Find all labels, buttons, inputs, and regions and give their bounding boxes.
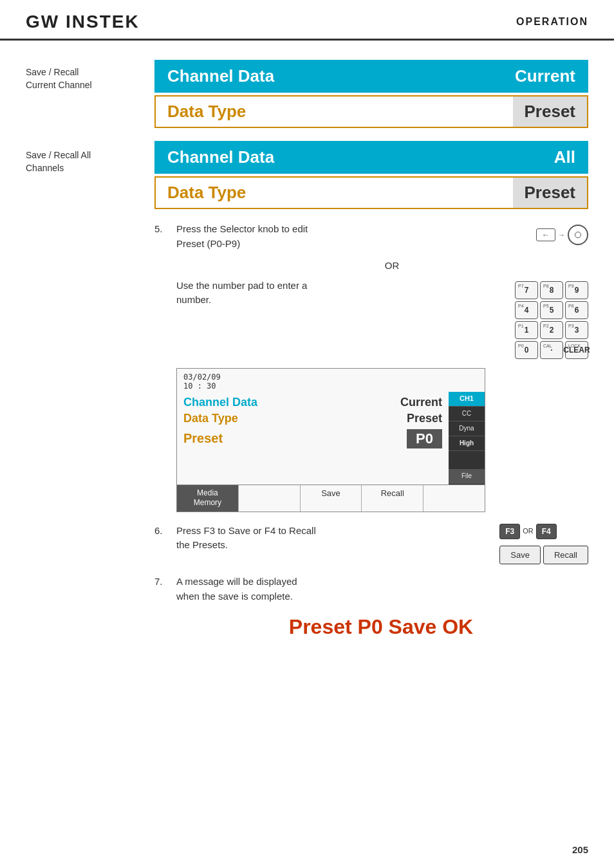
main-content: Save / Recall Current Channel Save / Rec…: [0, 41, 614, 665]
lcd-type-row: Data Type Preset: [183, 412, 442, 425]
datatype-value: Preset: [513, 97, 588, 127]
preset-save-ok: Preset P0 Save OK: [174, 615, 588, 639]
numpad-key: P22: [540, 321, 563, 339]
current-datatype-row: Data Type Preset: [154, 95, 588, 128]
page-number: 205: [572, 844, 588, 855]
all-datatype-row: Data Type Preset: [154, 176, 588, 209]
numpad-key: P00: [515, 341, 538, 359]
numpad-key: P88: [540, 281, 563, 299]
or-divider: OR: [176, 259, 588, 273]
fkey-save-result: Save: [499, 546, 541, 565]
datatype-label: Data Type: [156, 97, 513, 127]
current-channel-data-row: Channel Data Current: [154, 60, 588, 93]
lcd-sidebar-dyna: Dyna: [449, 421, 485, 436]
lcd-sidebar-ch1: CH1: [449, 392, 485, 407]
lcd-footer-empty1: [239, 485, 301, 512]
step-7-text: A message will be displayed when the sav…: [176, 575, 588, 604]
step-5-numpad-text: Use the number pad to enter a number.: [176, 279, 307, 308]
lcd-preset-value: P0: [407, 429, 442, 448]
lcd-footer-recall: Recall: [362, 485, 423, 512]
lcd-type-value: Preset: [407, 412, 442, 425]
lcd-timestamp: 03/02/09 10 : 30: [177, 369, 485, 392]
numpad-key: CAL·: [540, 341, 563, 359]
lcd-footer-media: Media Memory: [177, 485, 239, 512]
right-content: Channel Data Current Data Type Preset Ch…: [154, 60, 588, 645]
step-5-section: 5. Press the Selector knob to edit Prese…: [154, 222, 588, 639]
step-6-text: Press F3 to Save or F4 to Recall the Pre…: [176, 524, 316, 553]
lcd-channel-row: Channel Data Current: [183, 396, 442, 409]
step-6-content: Press F3 to Save or F4 to Recall the Pre…: [176, 524, 588, 565]
section-label: OPERATION: [516, 16, 588, 28]
numpad-key: P66: [565, 301, 588, 319]
lcd-sidebar-cc: CC: [449, 407, 485, 421]
step-5-number: 5.: [154, 222, 170, 234]
current-channel-group: Channel Data Current Data Type Preset: [154, 60, 588, 128]
numpad-key: LOCKCLEAR: [565, 341, 588, 359]
logo-text: GW INSTEK: [26, 12, 140, 32]
lcd-sidebar: CH1 CC Dyna High File: [449, 392, 485, 485]
lcd-sidebar-file: File: [449, 469, 485, 484]
all-datatype-label: Data Type: [156, 178, 513, 208]
page-header: GW INSTEK OPERATION: [0, 0, 614, 41]
all-channel-value: All: [543, 142, 587, 172]
step-7-number: 7.: [154, 575, 170, 587]
f4-key: F4: [536, 524, 557, 539]
lcd-body: Channel Data Current Data Type Preset Pr…: [177, 392, 485, 485]
lcd-footer: Media Memory Save Recall: [177, 485, 485, 512]
fkey-or-label: OR: [523, 526, 534, 537]
fkey-top-row: F3 OR F4: [499, 524, 557, 539]
lcd-section: 03/02/09 10 : 30 Channel Data Current Da…: [154, 368, 588, 512]
lcd-type-label: Data Type: [183, 412, 407, 425]
lcd-preset-row: Preset P0: [183, 429, 442, 448]
step-5-content: Press the Selector knob to edit Preset (…: [176, 222, 588, 359]
all-datatype-value: Preset: [513, 178, 588, 208]
numpad-key: P77: [515, 281, 538, 299]
numpad-key: P33: [565, 321, 588, 339]
all-channel-data-row: Channel Data All: [154, 141, 588, 174]
step-6-number: 6.: [154, 524, 170, 536]
numpad-key: P44: [515, 301, 538, 319]
sidebar-label-current: Save / Recall Current Channel: [26, 66, 154, 91]
fkey-recall-result: Recall: [543, 546, 588, 565]
left-sidebar: Save / Recall Current Channel Save / Rec…: [26, 60, 154, 645]
fkey-result-row: Save Recall: [499, 546, 588, 565]
lcd-channel-value: Current: [400, 396, 442, 409]
sidebar-label-all: Save / Recall All Channels: [26, 149, 154, 174]
arrow-left-icon: ←: [536, 228, 555, 241]
lcd-sidebar-high: High: [449, 436, 485, 451]
fkey-illustration: F3 OR F4 Save Recall: [493, 524, 588, 565]
step-5-main-text: Press the Selector knob to edit Preset (…: [176, 222, 308, 251]
numpad-illustration: P77P88P99P44P55P66P11P22P33P00CAL·LOCKCL…: [515, 281, 588, 359]
selector-knob-illustration: ← →: [536, 225, 588, 245]
lcd-preset-label: Preset: [183, 431, 407, 446]
f3-key: F3: [499, 524, 520, 539]
channel-data-value: Current: [503, 61, 587, 91]
numpad-key: P11: [515, 321, 538, 339]
lcd-footer-empty2: [423, 485, 485, 512]
numpad-key: P55: [540, 301, 563, 319]
numpad-key: P99: [565, 281, 588, 299]
lcd-footer-save: Save: [301, 485, 362, 512]
lcd-display: 03/02/09 10 : 30 Channel Data Current Da…: [176, 368, 485, 512]
all-channels-group: Channel Data All Data Type Preset: [154, 141, 588, 209]
lcd-channel-label: Channel Data: [183, 396, 400, 409]
knob-circle-icon: [568, 225, 588, 245]
all-channel-label: Channel Data: [156, 142, 543, 172]
logo: GW INSTEK: [26, 12, 140, 32]
knob-inner-icon: [575, 232, 581, 238]
step-7-row: 7. A message will be displayed when the …: [154, 575, 588, 604]
channel-data-label: Channel Data: [156, 61, 503, 91]
step-6-row: 6. Press F3 to Save or F4 to Recall the …: [154, 524, 588, 565]
step-5-row: 5. Press the Selector knob to edit Prese…: [154, 222, 588, 359]
arrow-right-label: →: [558, 230, 565, 241]
lcd-main: Channel Data Current Data Type Preset Pr…: [177, 392, 449, 485]
